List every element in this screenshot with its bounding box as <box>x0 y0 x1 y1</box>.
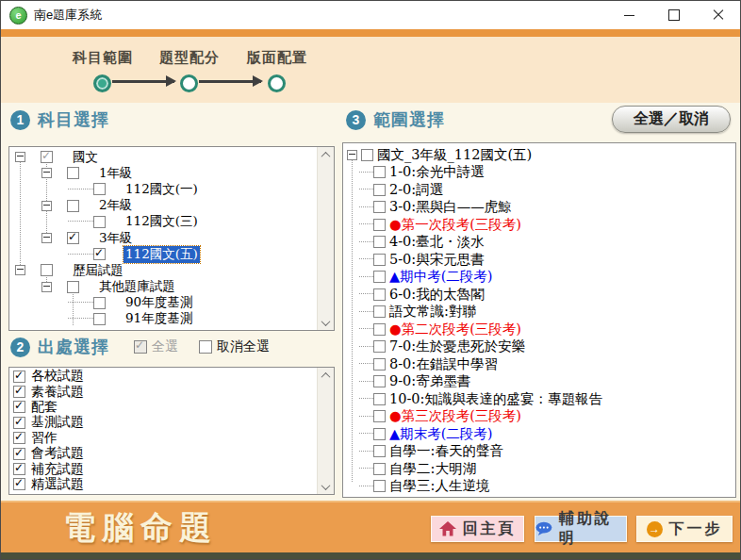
node-checkbox[interactable] <box>373 323 386 336</box>
node-checkbox[interactable] <box>67 167 79 179</box>
item-checkbox[interactable] <box>13 386 25 398</box>
node-checkbox[interactable] <box>67 281 79 293</box>
tree-row[interactable]: 3年級 <box>9 230 317 246</box>
source-item[interactable]: 習作 <box>9 431 317 446</box>
tree-row[interactable]: 自學二:大明湖 <box>343 460 718 478</box>
node-checkbox[interactable] <box>373 375 386 387</box>
maximize-button[interactable] <box>651 1 696 29</box>
source-item[interactable]: 會考試題 <box>9 446 317 461</box>
node-checkbox[interactable] <box>67 232 79 244</box>
expander-minus-icon[interactable] <box>41 233 52 243</box>
node-label[interactable]: 歷屆試題 <box>71 262 125 279</box>
node-checkbox[interactable] <box>373 288 386 301</box>
node-label[interactable]: 2年級 <box>97 197 135 214</box>
item-checkbox[interactable] <box>13 432 25 444</box>
node-label[interactable]: 112國文(一) <box>124 181 200 198</box>
item-checkbox[interactable] <box>13 463 25 475</box>
tree-row[interactable]: 112國文(三) <box>9 214 317 230</box>
node-label[interactable]: 國文 <box>71 149 100 166</box>
deselect-all-checkbox-icon[interactable] <box>199 340 212 354</box>
node-checkbox[interactable] <box>373 428 386 440</box>
node-label[interactable]: 語文常識:對聯 <box>387 303 478 321</box>
node-label[interactable]: 112國文(五) <box>124 246 200 263</box>
source-item[interactable]: 配套 <box>9 400 317 415</box>
deselect-all-checkbox[interactable]: 取消全選 <box>199 338 270 355</box>
source-list-scrollbar[interactable] <box>317 368 334 494</box>
tree-row[interactable]: ●第二次段考(三段考) <box>343 321 718 338</box>
node-label[interactable]: 自學二:大明湖 <box>387 460 478 478</box>
node-checkbox[interactable] <box>373 201 386 213</box>
node-label[interactable]: 4-0:臺北・淡水 <box>387 233 486 251</box>
node-checkbox[interactable] <box>41 264 53 276</box>
node-label[interactable]: 自學一:春天的聲音 <box>387 442 505 460</box>
minimize-button[interactable] <box>607 1 651 29</box>
node-label[interactable]: 1-0:余光中詩選 <box>387 163 486 181</box>
node-label[interactable]: 國文_3年級_112國文(五) <box>375 146 534 164</box>
select-all-checkbox[interactable]: 全選 <box>134 338 178 355</box>
node-label[interactable]: 91年度基測 <box>124 310 194 327</box>
source-item[interactable]: 補充試題 <box>9 461 317 476</box>
node-checkbox[interactable] <box>93 216 106 228</box>
source-item[interactable]: 精選試題 <box>9 477 317 492</box>
next-step-button[interactable]: → 下一步 <box>636 516 733 542</box>
tree-row[interactable]: 2年級 <box>9 198 317 214</box>
scroll-down-icon[interactable] <box>318 315 334 330</box>
node-checkbox[interactable] <box>373 358 386 371</box>
node-label[interactable]: ●第三次段考(三段考) <box>387 407 523 425</box>
source-item[interactable]: 基測試題 <box>9 415 317 430</box>
node-checkbox[interactable] <box>373 445 386 457</box>
tree-row[interactable]: 112國文(一) <box>9 181 317 197</box>
node-checkbox[interactable] <box>93 183 106 195</box>
step-circle-2-icon[interactable] <box>180 74 198 92</box>
tree-row[interactable]: 2-0:詞選 <box>343 181 718 199</box>
node-label[interactable]: 1年級 <box>97 165 135 182</box>
node-label[interactable]: 9-0:寄弟墨書 <box>387 372 472 390</box>
node-checkbox[interactable] <box>93 313 106 325</box>
node-checkbox[interactable] <box>373 463 386 475</box>
node-checkbox[interactable] <box>373 340 386 353</box>
node-label[interactable]: ▲期末考(二段考) <box>387 425 494 443</box>
node-checkbox[interactable] <box>373 393 386 405</box>
source-item[interactable]: 素養試題 <box>9 384 317 399</box>
tree-row[interactable]: 4-0:臺北・淡水 <box>343 234 718 252</box>
item-checkbox[interactable] <box>13 417 25 429</box>
node-checkbox[interactable] <box>373 410 386 422</box>
expander-minus-icon[interactable] <box>41 168 52 178</box>
node-checkbox[interactable] <box>373 305 386 318</box>
tree-row[interactable]: 歷屆試題 <box>9 262 317 278</box>
tree-row[interactable]: 7-0:生於憂患死於安樂 <box>343 338 718 356</box>
subject-tree-scrollbar[interactable] <box>317 147 334 330</box>
scroll-down-icon[interactable] <box>318 479 334 494</box>
expander-minus-icon[interactable] <box>15 152 25 162</box>
tree-row[interactable]: 6-0:我的太魯閣 <box>343 286 718 304</box>
close-button[interactable] <box>696 1 740 29</box>
expander-minus-icon[interactable] <box>347 150 357 160</box>
item-checkbox[interactable] <box>13 448 25 460</box>
tree-row[interactable]: 1年級 <box>9 165 317 181</box>
tree-row[interactable]: ●第一次段考(三段考) <box>343 216 718 234</box>
expander-minus-icon[interactable] <box>15 265 25 275</box>
item-checkbox[interactable] <box>13 401 25 413</box>
step-circle-1-icon[interactable] <box>93 74 111 92</box>
tree-row[interactable]: 90年度基測 <box>9 295 317 311</box>
node-label[interactable]: 3-0:黑與白——虎鯨 <box>387 198 514 216</box>
node-checkbox[interactable] <box>373 236 386 248</box>
node-label[interactable]: 7-0:生於憂患死於安樂 <box>387 338 527 355</box>
tree-row[interactable]: 91年度基測 <box>9 311 317 327</box>
tree-row[interactable]: 112國文(五) <box>9 246 317 262</box>
toggle-select-all-button[interactable]: 全選／取消 <box>612 106 731 133</box>
tree-row[interactable]: 8-0:在錯誤中學習 <box>343 355 718 373</box>
node-checkbox[interactable] <box>373 166 386 178</box>
step-circle-3-icon[interactable] <box>268 74 286 92</box>
node-label[interactable]: 自學三:人生逆境 <box>387 477 491 495</box>
node-label[interactable]: 112國文(三) <box>124 213 200 230</box>
tree-row[interactable]: 其他題庫試題 <box>9 279 317 295</box>
tree-row[interactable]: 自學三:人生逆境 <box>343 478 718 496</box>
tree-row[interactable]: 10-0:知識與表達的盛宴：專題報告 <box>343 390 718 408</box>
node-checkbox[interactable] <box>373 271 386 283</box>
expander-minus-icon[interactable] <box>41 201 52 211</box>
node-checkbox[interactable] <box>373 219 386 231</box>
node-checkbox[interactable] <box>373 184 386 196</box>
node-label[interactable]: 10-0:知識與表達的盛宴：專題報告 <box>387 390 604 408</box>
node-label[interactable]: 90年度基測 <box>124 294 194 311</box>
